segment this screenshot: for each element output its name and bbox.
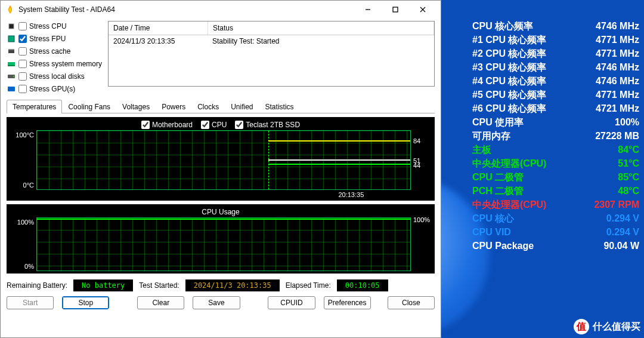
log-cell-status: Stability Test: Started (208, 35, 434, 47)
watermark-text: 什么值得买 (593, 321, 640, 333)
test-started-label: Test Started: (139, 281, 179, 290)
svg-rect-8 (8, 62, 15, 65)
stress-cache-option[interactable]: Stress cache (7, 46, 102, 57)
stress-gpu-checkbox[interactable] (18, 85, 27, 93)
tab-powers[interactable]: Powers (156, 100, 191, 113)
status-row: Remaining Battery: No battery Test Start… (7, 279, 435, 291)
elapsed-label: Elapsed Time: (286, 281, 331, 290)
memory-icon (7, 60, 16, 68)
window-title: System Stability Test - AIDA64 (18, 5, 355, 14)
svg-rect-4 (9, 24, 14, 29)
disk-icon (7, 72, 16, 81)
log-cell-date: 2024/11/3 20:13:35 (109, 35, 208, 47)
preferences-button[interactable]: Preferences (324, 296, 371, 309)
stress-options: Stress CPU Stress FPU Stress cache Stres… (7, 21, 102, 94)
cpu-usage-graph: CPU Usage 100%0% 100% (7, 204, 435, 274)
stress-fpu-option[interactable]: Stress FPU (7, 33, 102, 44)
remaining-battery-label: Remaining Battery: (7, 281, 67, 290)
temperature-graph: Motherboard CPU Teclast 2TB SSD 100°C0°C (7, 117, 435, 201)
start-button[interactable]: Start (7, 296, 54, 309)
cpu-icon (7, 22, 16, 30)
close-dialog-button[interactable]: Close (388, 296, 435, 309)
stress-fpu-checkbox[interactable] (18, 35, 27, 43)
tab-clocks[interactable]: Clocks (191, 100, 225, 113)
stress-memory-option[interactable]: Stress system memory (7, 59, 102, 69)
svg-point-11 (13, 76, 14, 77)
app-icon (5, 5, 15, 14)
stress-cpu-checkbox[interactable] (18, 22, 27, 30)
clear-button[interactable]: Clear (137, 296, 184, 309)
watermark: 值 什么值得买 (574, 319, 640, 334)
aida64-window: System Stability Test - AIDA64 Stress CP… (0, 0, 441, 338)
tab-cooling-fans[interactable]: Cooling Fans (62, 100, 116, 113)
maximize-button[interactable] (382, 1, 408, 18)
log-header-status[interactable]: Status (208, 21, 434, 35)
temp-x-tick: 20:13:35 (271, 191, 431, 198)
cpu-usage-plot (36, 217, 411, 271)
cpu-usage-title: CPU Usage (10, 208, 431, 216)
stress-cpu-option[interactable]: Stress CPU (7, 21, 102, 32)
event-log: Date / Time Status 2024/11/3 20:13:35 St… (108, 21, 435, 87)
tab-statistics[interactable]: Statistics (259, 100, 300, 113)
close-button[interactable] (410, 1, 436, 18)
stress-gpu-option[interactable]: Stress GPU(s) (7, 84, 102, 94)
svg-rect-1 (393, 7, 398, 12)
tab-voltages[interactable]: Voltages (116, 100, 156, 113)
svg-rect-7 (8, 49, 14, 50)
svg-rect-12 (8, 87, 15, 91)
stop-button[interactable]: Stop (62, 296, 109, 309)
elapsed-value: 00:10:05 (337, 279, 388, 291)
svg-rect-9 (8, 65, 15, 66)
stress-cache-checkbox[interactable] (18, 47, 27, 56)
watermark-icon: 值 (574, 319, 589, 334)
stress-disk-option[interactable]: Stress local disks (7, 71, 102, 82)
tab-bar: Temperatures Cooling Fans Voltages Power… (7, 99, 435, 113)
svg-rect-5 (8, 36, 14, 42)
test-started-value: 2024/11/3 20:13:35 (185, 279, 280, 291)
cache-icon (7, 47, 16, 56)
cpuid-button[interactable]: CPUID (268, 296, 315, 309)
gpu-icon (7, 85, 16, 93)
titlebar: System Stability Test - AIDA64 (1, 1, 441, 19)
legend-cpu[interactable]: CPU (201, 121, 227, 129)
tab-unified[interactable]: Unified (225, 100, 259, 113)
hw-monitor-overlay: CPU 核心频率4746 MHz #1 CPU 核心频率4771 MHz #2 … (472, 19, 639, 253)
tab-temperatures[interactable]: Temperatures (7, 100, 62, 113)
save-button[interactable]: Save (193, 296, 240, 309)
log-header-date[interactable]: Date / Time (109, 21, 208, 35)
log-row: 2024/11/3 20:13:35 Stability Test: Start… (109, 35, 434, 47)
legend-motherboard[interactable]: Motherboard (141, 121, 193, 129)
stress-memory-checkbox[interactable] (18, 60, 27, 68)
temperature-plot (36, 130, 411, 190)
fpu-icon (7, 35, 16, 43)
legend-ssd[interactable]: Teclast 2TB SSD (235, 121, 300, 129)
minimize-button[interactable] (355, 1, 381, 18)
battery-value: No battery (73, 279, 133, 291)
button-row: Start Stop Clear Save CPUID Preferences … (7, 296, 435, 309)
stress-disk-checkbox[interactable] (18, 72, 27, 81)
